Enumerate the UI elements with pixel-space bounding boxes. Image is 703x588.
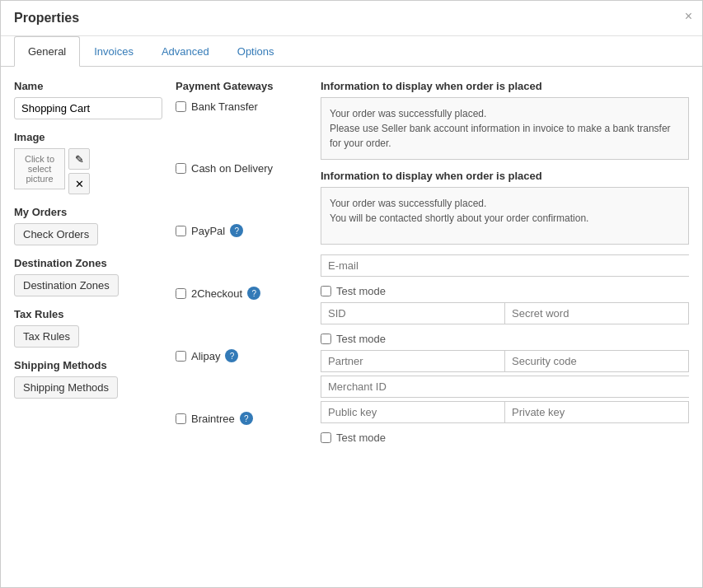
- braintree-test-mode-label: Test mode: [336, 432, 386, 444]
- braintree-checkbox[interactable]: [176, 413, 186, 424]
- checkout2-test-mode-checkbox[interactable]: [321, 334, 331, 344]
- image-actions: ✎ ✕: [68, 148, 90, 194]
- main-content: Name Image Click to select picture ✎ ✕ M…: [1, 67, 702, 462]
- gateway-bank-transfer: Bank Transfer: [176, 100, 307, 113]
- braintree-test-mode-row: Test mode: [321, 427, 689, 449]
- tab-invoices[interactable]: Invoices: [80, 36, 148, 67]
- checkout2-sid-secret-row: [321, 302, 689, 324]
- tab-bar: General Invoices Advanced Options: [1, 36, 702, 67]
- alipay-checkbox[interactable]: [176, 351, 186, 362]
- bank-transfer-checkbox[interactable]: [176, 101, 186, 112]
- alipay-help-icon[interactable]: ?: [225, 349, 238, 362]
- shipping-methods-label: Shipping Methods: [14, 359, 162, 371]
- image-placeholder[interactable]: Click to select picture: [14, 148, 65, 189]
- braintree-test-mode-checkbox[interactable]: [321, 432, 331, 443]
- dialog-title-bar: Properties ×: [1, 1, 702, 36]
- destination-zones-button[interactable]: Destination Zones: [14, 274, 119, 296]
- cash-on-delivery-info: Information to display when order is pla…: [321, 170, 689, 245]
- edit-image-button[interactable]: ✎: [68, 148, 90, 170]
- checkout2-sid-input[interactable]: [321, 302, 504, 324]
- tab-options[interactable]: Options: [223, 36, 288, 67]
- gateway-cash-on-delivery: Cash on Delivery: [176, 162, 307, 175]
- gateway-2checkout: 2Checkout ?: [176, 287, 307, 300]
- paypal-test-mode-label: Test mode: [336, 285, 386, 297]
- bank-transfer-label: Bank Transfer: [191, 100, 258, 113]
- right-panel: Information to display when order is pla…: [321, 80, 689, 449]
- braintree-private-key-input[interactable]: [504, 401, 689, 423]
- bank-transfer-info: Information to display when order is pla…: [321, 80, 689, 160]
- bank-transfer-info-title: Information to display when order is pla…: [321, 80, 689, 92]
- alipay-partner-input[interactable]: [321, 350, 504, 372]
- paypal-test-mode-checkbox[interactable]: [321, 286, 331, 296]
- image-area: Click to select picture ✎ ✕: [14, 148, 162, 194]
- braintree-fields: [321, 376, 689, 423]
- left-panel: Name Image Click to select picture ✎ ✕ M…: [14, 80, 162, 449]
- gateway-paypal: PayPal ?: [176, 224, 307, 237]
- bank-transfer-info-box: Your order was successfully placed. Plea…: [321, 97, 689, 160]
- paypal-fields: [321, 254, 689, 277]
- braintree-merchant-id-input[interactable]: [321, 376, 689, 398]
- tab-general[interactable]: General: [14, 36, 80, 67]
- cash-on-delivery-info-box: Your order was successfully placed. You …: [321, 187, 689, 245]
- paypal-test-mode-row: Test mode: [321, 280, 689, 302]
- alipay-label: Alipay: [191, 350, 220, 362]
- checkout2-secret-word-input[interactable]: [504, 302, 689, 324]
- cash-on-delivery-checkbox[interactable]: [176, 163, 186, 174]
- cash-on-delivery-label: Cash on Delivery: [191, 162, 273, 175]
- paypal-help-icon[interactable]: ?: [230, 224, 243, 237]
- name-label: Name: [14, 80, 162, 92]
- alipay-security-code-input[interactable]: [504, 350, 689, 372]
- braintree-keys-row: [321, 401, 689, 423]
- gateway-braintree: Braintree ?: [176, 412, 307, 425]
- braintree-label: Braintree: [191, 413, 235, 425]
- checkout2-test-mode-label: Test mode: [336, 333, 386, 345]
- image-label: Image: [14, 131, 162, 143]
- braintree-help-icon[interactable]: ?: [240, 412, 253, 425]
- 2checkout-checkbox[interactable]: [176, 288, 186, 299]
- my-orders-label: My Orders: [14, 206, 162, 218]
- payment-gateways-title: Payment Gateways: [176, 80, 307, 92]
- paypal-checkbox[interactable]: [176, 226, 186, 236]
- 2checkout-label: 2Checkout: [191, 287, 242, 300]
- properties-dialog: Properties × General Invoices Advanced O…: [0, 0, 703, 588]
- name-input[interactable]: [14, 97, 162, 119]
- paypal-label: PayPal: [191, 225, 225, 237]
- checkout2-fields: [321, 302, 689, 324]
- remove-image-button[interactable]: ✕: [68, 173, 90, 194]
- dialog-title: Properties: [14, 11, 79, 25]
- checkout2-test-mode-row: Test mode: [321, 328, 689, 350]
- tax-rules-button[interactable]: Tax Rules: [14, 325, 79, 348]
- shipping-methods-button[interactable]: Shipping Methods: [14, 376, 118, 399]
- tab-advanced[interactable]: Advanced: [148, 36, 223, 67]
- braintree-public-key-input[interactable]: [321, 401, 504, 423]
- middle-panel: Payment Gateways Bank Transfer Cash on D…: [176, 80, 307, 449]
- paypal-email-input[interactable]: [321, 254, 689, 277]
- alipay-partner-security-row: [321, 350, 689, 372]
- destination-zones-label: Destination Zones: [14, 257, 162, 269]
- cash-on-delivery-info-title: Information to display when order is pla…: [321, 170, 689, 182]
- 2checkout-help-icon[interactable]: ?: [247, 287, 260, 300]
- check-orders-button[interactable]: Check Orders: [14, 223, 98, 245]
- close-button[interactable]: ×: [685, 9, 692, 24]
- tax-rules-label: Tax Rules: [14, 308, 162, 320]
- alipay-fields: [321, 350, 689, 372]
- gateway-alipay: Alipay ?: [176, 349, 307, 362]
